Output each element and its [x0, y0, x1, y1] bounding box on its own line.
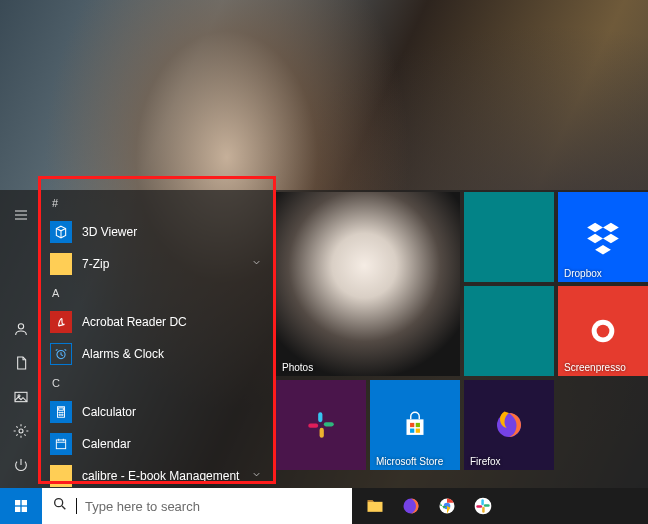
- pictures-icon[interactable]: [0, 380, 42, 414]
- svg-rect-23: [416, 423, 420, 427]
- taskbar-chrome[interactable]: [430, 488, 464, 524]
- svg-rect-30: [22, 507, 27, 512]
- svg-point-12: [62, 414, 63, 415]
- app-item-alarms[interactable]: Alarms & Clock: [42, 338, 268, 370]
- search-icon: [52, 496, 68, 516]
- text-cursor: [76, 498, 77, 514]
- documents-icon[interactable]: [0, 346, 42, 380]
- svg-point-0: [18, 324, 23, 329]
- tile-label: Dropbox: [564, 268, 602, 279]
- app-item-7zip[interactable]: 7-Zip: [42, 248, 268, 280]
- svg-rect-37: [481, 499, 484, 505]
- tile-unknown-teal[interactable]: [464, 192, 554, 282]
- app-label: calibre - E-book Management: [82, 469, 239, 483]
- tile-firefox[interactable]: Firefox: [464, 380, 554, 470]
- section-head-a[interactable]: A: [42, 280, 268, 306]
- settings-icon[interactable]: [0, 414, 42, 448]
- app-label: 3D Viewer: [82, 225, 137, 239]
- svg-rect-24: [410, 429, 414, 433]
- cube-icon: [50, 221, 72, 243]
- app-item-3d-viewer[interactable]: 3D Viewer: [42, 216, 268, 248]
- svg-rect-6: [59, 408, 64, 410]
- app-label: Calculator: [82, 405, 136, 419]
- taskbar: Type here to search: [0, 488, 648, 524]
- taskbar-file-explorer[interactable]: [358, 488, 392, 524]
- svg-rect-27: [15, 500, 20, 505]
- tile-label: Microsoft Store: [376, 456, 443, 467]
- svg-point-3: [19, 429, 23, 433]
- svg-rect-18: [318, 412, 322, 422]
- svg-point-7: [59, 412, 60, 413]
- menu-icon[interactable]: [0, 198, 42, 232]
- tile-screenpresso[interactable]: Screenpresso: [558, 286, 648, 376]
- search-placeholder: Type here to search: [85, 499, 200, 514]
- svg-rect-13: [56, 440, 65, 449]
- tile-area: Photos Dropbox Screenpresso Microsoft St…: [272, 190, 648, 488]
- taskbar-pinned-apps: [352, 488, 500, 524]
- app-item-calculator[interactable]: Calculator: [42, 396, 268, 428]
- svg-point-9: [62, 412, 63, 413]
- tile-dropbox[interactable]: Dropbox: [558, 192, 648, 282]
- section-head-c[interactable]: C: [42, 370, 268, 396]
- folder-icon: [50, 465, 72, 487]
- chevron-down-icon: [251, 257, 262, 271]
- svg-rect-19: [324, 422, 334, 426]
- tile-label: Screenpresso: [564, 362, 626, 373]
- chevron-down-icon: [251, 469, 262, 483]
- app-label: Acrobat Reader DC: [82, 315, 187, 329]
- svg-rect-32: [368, 502, 383, 512]
- svg-rect-22: [410, 423, 414, 427]
- clock-icon: [50, 343, 72, 365]
- svg-point-11: [61, 414, 62, 415]
- start-button[interactable]: [0, 488, 42, 524]
- tile-label: Firefox: [470, 456, 501, 467]
- tile-microsoft-store[interactable]: Microsoft Store: [370, 380, 460, 470]
- calculator-icon: [50, 401, 72, 423]
- app-item-acrobat[interactable]: Acrobat Reader DC: [42, 306, 268, 338]
- tile-photos[interactable]: Photos: [276, 192, 460, 376]
- svg-rect-39: [482, 507, 485, 513]
- svg-rect-40: [476, 505, 482, 508]
- power-icon[interactable]: [0, 448, 42, 482]
- app-label: 7-Zip: [82, 257, 109, 271]
- app-label: Alarms & Clock: [82, 347, 164, 361]
- svg-rect-25: [416, 429, 420, 433]
- app-label: Calendar: [82, 437, 131, 451]
- tile-slack[interactable]: [276, 380, 366, 470]
- start-rail: [0, 190, 42, 488]
- svg-point-10: [59, 414, 60, 415]
- svg-rect-29: [15, 507, 20, 512]
- section-head-hash[interactable]: #: [42, 190, 268, 216]
- svg-rect-20: [320, 428, 324, 438]
- taskbar-slack[interactable]: [466, 488, 500, 524]
- folder-icon: [50, 253, 72, 275]
- taskbar-firefox[interactable]: [394, 488, 428, 524]
- svg-rect-28: [22, 500, 27, 505]
- user-icon[interactable]: [0, 312, 42, 346]
- svg-rect-21: [308, 424, 318, 428]
- app-item-calibre[interactable]: calibre - E-book Management: [42, 460, 268, 488]
- acrobat-icon: [50, 311, 72, 333]
- start-menu: # 3D Viewer 7-Zip A Acrobat Reader DC: [0, 190, 648, 488]
- tile-label: Photos: [282, 362, 313, 373]
- app-list: # 3D Viewer 7-Zip A Acrobat Reader DC: [42, 190, 272, 488]
- svg-point-8: [61, 412, 62, 413]
- svg-point-17: [597, 325, 610, 338]
- tile-unknown-teal-2[interactable]: [464, 286, 554, 376]
- calendar-icon: [50, 433, 72, 455]
- svg-point-31: [55, 499, 63, 507]
- svg-rect-38: [484, 504, 490, 507]
- app-item-calendar[interactable]: Calendar: [42, 428, 268, 460]
- taskbar-search[interactable]: Type here to search: [42, 488, 352, 524]
